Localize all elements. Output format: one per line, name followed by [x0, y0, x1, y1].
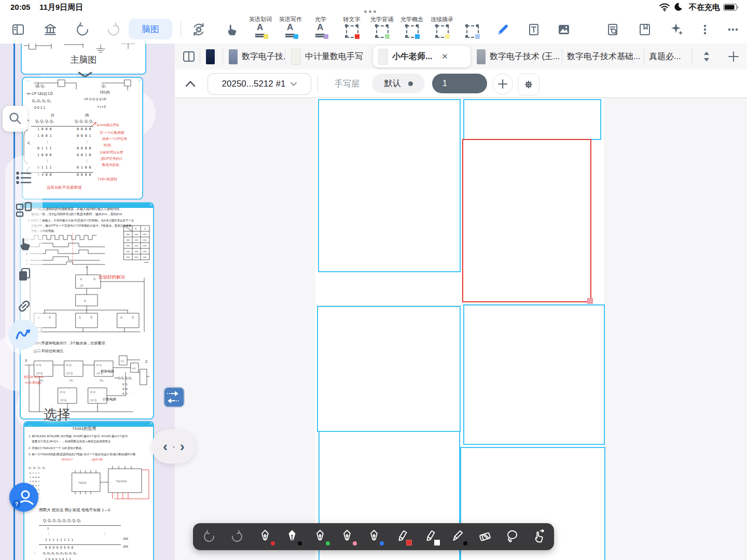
nav-prev-icon[interactable]: ‹: [163, 439, 168, 455]
svg-text:D Q: D Q: [66, 363, 71, 367]
new-tab-button[interactable]: [726, 49, 741, 64]
library-icon[interactable]: [43, 22, 58, 37]
layer-selector[interactable]: 默认: [372, 74, 425, 93]
resize-handle[interactable]: [587, 298, 593, 304]
tool-color-chip: [355, 34, 359, 39]
fountain-pen-blue[interactable]: [366, 528, 383, 545]
ocr-tool[interactable]: A: [313, 24, 329, 39]
handwriting-text: F: [86, 265, 88, 270]
pencil-tool-black[interactable]: [450, 528, 466, 545]
page-navigation-pill[interactable]: ‹ · ›: [151, 429, 196, 464]
pen-color-dot: [380, 541, 384, 545]
selection-rect-tool[interactable]: [465, 24, 480, 39]
excerpt-rect[interactable]: [318, 99, 461, 272]
scribble-select-button[interactable]: [8, 319, 38, 349]
fountain-pen-pink[interactable]: [339, 528, 356, 545]
pen-color-dot: [271, 541, 275, 545]
mindmap-button[interactable]: 脑图: [129, 19, 172, 39]
excerpt-rect[interactable]: [317, 306, 461, 432]
tab-close-icon[interactable]: ✕: [441, 52, 448, 61]
undo-button[interactable]: [75, 22, 90, 37]
excerpt-rect[interactable]: [463, 99, 601, 140]
do-not-disturb-moon-icon: [674, 3, 683, 11]
svg-text:FF₁: FF₁: [70, 379, 74, 382]
add-page-button[interactable]: [492, 74, 513, 94]
help-avatar-button[interactable]: ?: [9, 483, 38, 512]
note-thumbnail-card[interactable]: ⋯ › 7416174LS161 74161的应用1. 用74LS161 和74…: [23, 421, 154, 560]
highlighter-white[interactable]: [422, 528, 439, 545]
touch-gesture-tool[interactable]: [531, 528, 548, 545]
pen-redo-button[interactable]: [229, 528, 246, 545]
fountain-pen-black-active[interactable]: [284, 528, 301, 545]
tab-sort-button[interactable]: [699, 49, 714, 64]
split-view-icon[interactable]: [181, 49, 197, 64]
card-title: 主脑图: [22, 54, 145, 66]
document-selector-dropdown[interactable]: 20250...5212 #1: [208, 73, 311, 95]
svg-text:CP Q̄: CP Q̄: [66, 372, 73, 375]
tab-document-5[interactable]: 数字电子技术 (王...: [472, 44, 562, 69]
svg-text:D Q: D Q: [90, 390, 95, 394]
tab-document-6[interactable]: 数字电子技术基础...: [562, 44, 644, 69]
mindmap-root-card[interactable]: 主脑图: [21, 44, 146, 75]
sidebar-toggle-button[interactable]: [10, 22, 26, 37]
nav-dot-icon: ·: [172, 441, 175, 452]
sync-settings-icon[interactable]: [191, 22, 206, 37]
fountain-pen-green[interactable]: [312, 528, 329, 545]
card-arrow-icon[interactable]: ›: [150, 202, 151, 207]
ai-sparkle-button[interactable]: [669, 22, 685, 37]
outline-list-button[interactable]: [15, 169, 33, 187]
tool-color-chip: [324, 34, 328, 39]
to-text-tool[interactable]: [344, 24, 360, 39]
handwriting-text: (Ⅱ)CP信号的计: [101, 157, 123, 160]
page-toolbar: 20250...5212 #1 手写层 默认 1: [175, 69, 747, 98]
kebab-menu-button[interactable]: [697, 22, 713, 37]
copy-pages-button[interactable]: [17, 267, 34, 284]
more-menu-button[interactable]: [725, 22, 741, 37]
excerpt-rect-red-selected[interactable]: [462, 139, 591, 302]
handwriting-text: 0 0 0 0 0 0 0 0: [45, 546, 73, 550]
mindmap-canvas[interactable]: [175, 97, 747, 560]
pages-grid-button[interactable]: [15, 201, 33, 219]
tab-document-1[interactable]: [201, 44, 223, 69]
nav-next-icon[interactable]: ›: [180, 439, 185, 455]
pencil-tool-active[interactable]: [495, 22, 510, 37]
svg-text:Q̄: Q̄: [93, 277, 95, 281]
page-settings-gear-button[interactable]: [518, 74, 540, 95]
highlighter-red[interactable]: [394, 528, 411, 545]
handwriting-text: ⋮: [46, 140, 49, 144]
tab-document-active[interactable]: 小牛老师... ✕: [373, 46, 471, 67]
redo-button[interactable]: [106, 22, 121, 37]
handwriting-text: 0 1: [122, 383, 128, 386]
image-tool[interactable]: [556, 22, 572, 37]
tool-label: 连续摘录: [424, 16, 460, 23]
excerpt-rect[interactable]: [463, 304, 605, 445]
continuous-excerpt-tool[interactable]: [435, 24, 450, 39]
hand-gesture-button[interactable]: [17, 235, 34, 253]
english-writing-tool[interactable]: A: [283, 24, 299, 39]
english-highlight-tool[interactable]: A: [253, 24, 269, 39]
collapse-toolbar-button[interactable]: [183, 76, 198, 92]
tab-document-3[interactable]: 中计量数电手写: [286, 44, 372, 69]
eraser-tool[interactable]: [477, 528, 494, 545]
lasso-select-tool[interactable]: [504, 528, 521, 545]
ocr-recite-tool[interactable]: [375, 24, 390, 39]
page-number-field[interactable]: 1: [432, 74, 487, 93]
card-arrow-icon[interactable]: ›: [150, 421, 151, 426]
tab-document-7[interactable]: 真题必...: [644, 44, 688, 69]
text-tool[interactable]: [526, 22, 542, 37]
handwriting-text: 1 1 1 1 1 1 1 1: [45, 538, 73, 542]
clock: 20:05: [10, 3, 30, 11]
swap-panels-button[interactable]: [163, 387, 185, 408]
circuit-sketch: [23, 44, 142, 54]
handwriting-text: 255: [123, 537, 128, 541]
tab-document-2[interactable]: 数字电子技...: [224, 44, 285, 69]
bookmark-button[interactable]: [637, 22, 653, 37]
search-button[interactable]: [3, 106, 27, 132]
link-button[interactable]: [15, 298, 33, 315]
document-search-button[interactable]: [605, 22, 620, 37]
pointer-hand-icon[interactable]: [224, 22, 240, 37]
ocr-concept-tool[interactable]: [405, 24, 420, 39]
svg-text:CP Q̄: CP Q̄: [90, 399, 96, 402]
fountain-pen-red[interactable]: [257, 528, 274, 545]
pen-undo-button[interactable]: [201, 528, 218, 545]
